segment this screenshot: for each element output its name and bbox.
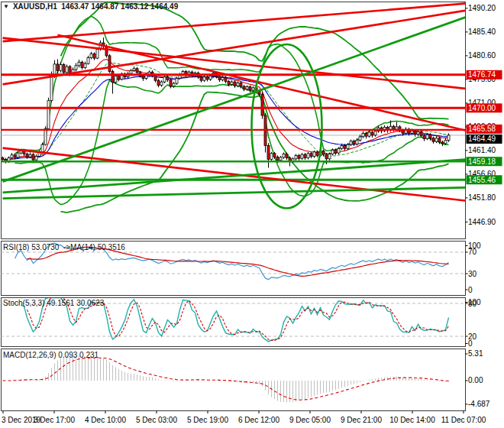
symbol-dropdown-icon[interactable]: ▼ xyxy=(3,3,9,10)
candle-bull xyxy=(444,141,447,144)
candle-bull xyxy=(362,133,364,137)
candle-bear xyxy=(298,155,300,158)
candle-bear xyxy=(154,76,157,80)
candle-bear xyxy=(57,64,59,70)
candle-bull xyxy=(396,127,398,129)
candle-bull xyxy=(338,148,340,153)
candle-bear xyxy=(142,76,144,78)
candle-bull xyxy=(237,83,239,86)
candle-bull xyxy=(417,131,419,134)
candle-bear xyxy=(69,66,71,73)
price-badge-label: 1455.46 xyxy=(468,176,496,184)
candle-bull xyxy=(130,70,132,73)
candle-bull xyxy=(84,63,86,67)
candle-bull xyxy=(44,128,47,144)
candle-bull xyxy=(252,88,254,90)
candle-bull xyxy=(115,76,117,82)
candle-bear xyxy=(316,152,318,156)
candle-bull xyxy=(163,77,166,82)
candle-bear xyxy=(344,145,346,148)
candle-bull xyxy=(356,140,358,144)
candle-bull xyxy=(78,62,80,66)
rsi-axis-label: 30 xyxy=(468,270,477,278)
candle-bull xyxy=(307,154,309,158)
candle-bear xyxy=(157,80,160,85)
candle-bear xyxy=(304,154,306,158)
candle-bull xyxy=(53,64,56,75)
candle-bear xyxy=(93,54,95,58)
candle-bear xyxy=(200,77,202,81)
candle-bull xyxy=(96,50,99,59)
candle-bear xyxy=(353,141,355,144)
stoch-axis-label: 0 xyxy=(468,339,473,348)
candle-bull xyxy=(411,131,413,133)
rsi-axis-label: 70 xyxy=(468,248,477,256)
candle-bear xyxy=(206,77,208,79)
candle-bear xyxy=(240,83,242,86)
rsi-axis-label: 0 xyxy=(468,286,473,294)
candle-bear xyxy=(118,76,120,79)
candle-bull xyxy=(374,131,376,135)
candle-bear xyxy=(423,136,425,139)
candle-bull xyxy=(279,157,282,160)
macd-axis-label: 5.31 xyxy=(468,349,483,358)
candle-bear xyxy=(166,77,169,80)
candle-bull xyxy=(60,65,62,71)
candle-bull xyxy=(29,154,31,157)
price-tick-label: 1480.60 xyxy=(468,51,496,60)
price-badge-label: 1476.74 xyxy=(468,70,496,79)
candle-bull xyxy=(231,82,233,84)
candle-bear xyxy=(325,154,328,159)
candle-bull xyxy=(331,150,334,154)
price-badge-label: 1470.00 xyxy=(468,104,496,112)
time-tick-label: 5 Dec 19:00 xyxy=(187,416,228,424)
candle-bear xyxy=(441,142,444,144)
candle-bull xyxy=(66,66,68,73)
chart-title: ▼XAUUSD,H1 1463.47 1464.87 1463.12 1464.… xyxy=(3,2,178,11)
candle-bear xyxy=(429,135,431,138)
price-tick-label: 1490.20 xyxy=(468,4,496,12)
candle-bear xyxy=(438,138,441,142)
candle-bull xyxy=(176,79,178,83)
candle-bull xyxy=(301,154,303,158)
candle-bull xyxy=(283,154,285,157)
candle-bull xyxy=(246,87,248,89)
candle-bear xyxy=(420,131,422,135)
candle-bull xyxy=(426,135,428,138)
candle-bull xyxy=(447,135,450,141)
candle-bear xyxy=(32,154,34,160)
candle-bull xyxy=(270,154,273,160)
candle-bull xyxy=(47,101,50,129)
candle-bear xyxy=(14,155,16,157)
candle-bull xyxy=(17,153,19,157)
price-tick-label: 1446.90 xyxy=(468,218,496,226)
candle-bear xyxy=(334,150,337,153)
candle-bear xyxy=(365,133,367,136)
candle-bear xyxy=(111,72,114,83)
candle-bear xyxy=(273,154,276,157)
candle-bear xyxy=(432,138,435,142)
candle-bear xyxy=(310,154,312,157)
time-tick-label: 9 Dec 21:00 xyxy=(341,416,382,424)
candle-bear xyxy=(108,56,111,72)
candle-bull xyxy=(35,157,37,160)
candle-bear xyxy=(228,81,230,84)
candle-bear xyxy=(2,158,4,160)
chart-canvas[interactable]: 1490.201485.401480.601475.801471.001466.… xyxy=(0,0,504,428)
candle-bear xyxy=(26,154,28,157)
candle-bear xyxy=(276,157,279,160)
candle-bear xyxy=(267,145,270,159)
candle-bear xyxy=(414,131,416,135)
chart-title-text: XAUUSD,H1 1463.47 1464.87 1463.12 1464.4… xyxy=(13,2,178,11)
candle-bull xyxy=(347,144,349,148)
candle-bull xyxy=(341,145,343,148)
candle-bull xyxy=(313,152,315,157)
rsi-indicator-label: RSI(18) 53.0730 ->MA(14) 50.3516 xyxy=(3,243,125,251)
time-tick-label: 3 Dec 17:00 xyxy=(34,416,75,424)
macd-axis-label: -4.687 xyxy=(468,400,490,408)
candle-bear xyxy=(218,76,221,80)
candle-bull xyxy=(359,137,361,141)
time-tick-label: 6 Dec 12:00 xyxy=(238,416,279,424)
candle-bull xyxy=(133,69,135,71)
candle-bull xyxy=(50,74,53,100)
